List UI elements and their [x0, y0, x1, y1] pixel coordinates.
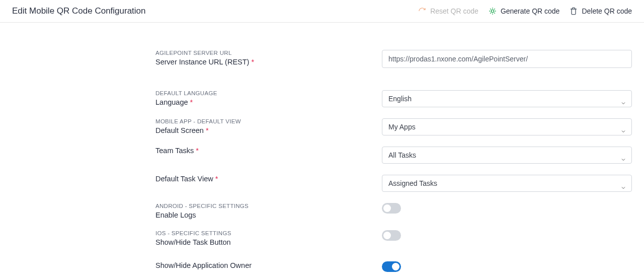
chevron-down-icon — [620, 100, 626, 106]
header-actions: Reset QR code Generate QR code Delete QR… — [418, 7, 632, 15]
show-app-owner-row: Show/Hide Application Owner — [0, 261, 644, 272]
default-task-view-select[interactable]: Assigned Tasks — [382, 175, 632, 192]
default-task-view-label: Default Task View * — [155, 175, 382, 183]
page-title: Edit Mobile QR Code Configuration — [12, 6, 146, 16]
show-task-button-label: Show/Hide Task Button — [155, 238, 382, 246]
chevron-down-icon — [620, 184, 626, 190]
server-url-row: AGILEPOINT SERVER URL Server Instance UR… — [0, 50, 644, 68]
enable-logs-label: Enable Logs — [155, 211, 382, 219]
language-select[interactable]: English — [382, 90, 632, 107]
default-screen-select[interactable]: My Apps — [382, 118, 632, 135]
required-star: * — [251, 58, 254, 66]
default-screen-row: MOBILE APP - DEFAULT VIEW Default Screen… — [0, 118, 644, 135]
chevron-down-icon — [620, 156, 626, 162]
header-bar: Edit Mobile QR Code Configuration Reset … — [0, 0, 644, 23]
qr-icon — [489, 7, 497, 15]
team-tasks-label: Team Tasks * — [155, 147, 382, 155]
ios-section: IOS - SPECIFIC SETTINGS — [155, 230, 382, 236]
show-app-owner-label: Show/Hide Application Owner — [155, 261, 382, 269]
trash-icon — [570, 7, 578, 15]
required-star: * — [215, 175, 218, 183]
enable-logs-toggle[interactable] — [382, 203, 401, 214]
reset-label: Reset QR code — [430, 7, 478, 15]
android-section: ANDROID - SPECIFIC SETTINGS — [155, 203, 382, 209]
default-task-view-row: Default Task View * Assigned Tasks — [0, 175, 644, 192]
generate-qr-button[interactable]: Generate QR code — [489, 7, 560, 15]
server-url-label: Server Instance URL (REST) * — [155, 58, 382, 66]
form-content: AGILEPOINT SERVER URL Server Instance UR… — [0, 23, 644, 279]
language-label: Language * — [155, 98, 382, 106]
delete-qr-button[interactable]: Delete QR code — [570, 7, 632, 15]
show-app-owner-toggle[interactable] — [382, 261, 401, 272]
language-row: DEFAULT LANGUAGE Language * English — [0, 90, 644, 107]
chevron-down-icon — [620, 128, 626, 134]
reset-qr-button[interactable]: Reset QR code — [418, 7, 478, 15]
enable-logs-row: ANDROID - SPECIFIC SETTINGS Enable Logs — [0, 203, 644, 219]
required-star: * — [190, 98, 193, 106]
required-star: * — [196, 147, 199, 155]
show-task-button-toggle[interactable] — [382, 230, 401, 241]
delete-label: Delete QR code — [582, 7, 632, 15]
refresh-icon — [418, 7, 426, 15]
server-url-section: AGILEPOINT SERVER URL — [155, 50, 382, 56]
team-tasks-row: Team Tasks * All Tasks — [0, 147, 644, 164]
svg-point-0 — [491, 10, 494, 12]
team-tasks-select[interactable]: All Tasks — [382, 147, 632, 164]
generate-label: Generate QR code — [501, 7, 560, 15]
show-task-button-row: IOS - SPECIFIC SETTINGS Show/Hide Task B… — [0, 230, 644, 246]
server-url-input[interactable] — [382, 50, 632, 68]
default-screen-label: Default Screen * — [155, 126, 382, 134]
language-section: DEFAULT LANGUAGE — [155, 90, 382, 96]
mobile-section: MOBILE APP - DEFAULT VIEW — [155, 118, 382, 124]
required-star: * — [206, 126, 209, 134]
